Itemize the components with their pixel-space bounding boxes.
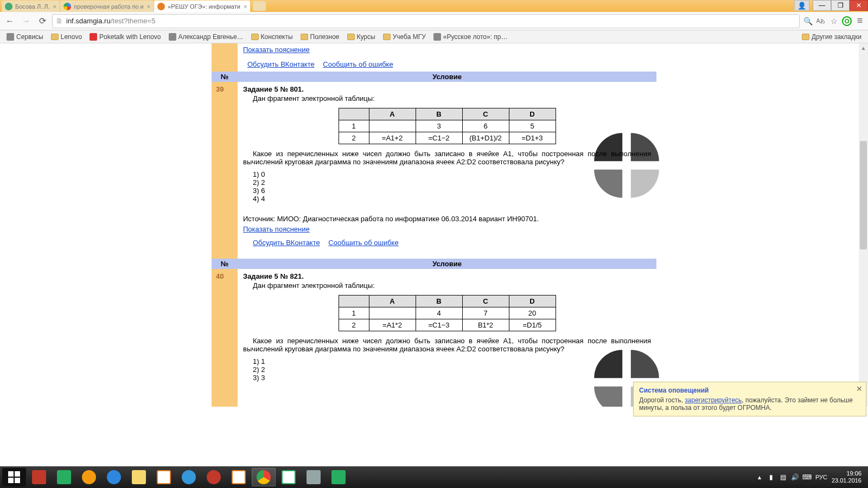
task-title: Задание 5 № 801. xyxy=(243,85,304,93)
cell: 5 xyxy=(509,120,556,132)
table-header-row: № Условие xyxy=(238,259,656,269)
zoom-icon[interactable]: 🔍 xyxy=(803,16,813,26)
cell: B xyxy=(416,296,462,307)
cell: =D1+3 xyxy=(509,132,556,144)
browser-tab-1[interactable]: проверочная работа по и× xyxy=(60,1,154,12)
cell: 3 xyxy=(416,120,462,132)
label: Poketalk with Lenovo xyxy=(99,33,161,41)
col-no: № xyxy=(212,259,238,269)
tray-chevron-icon[interactable]: ▴ xyxy=(756,473,763,481)
site-icon xyxy=(433,33,441,41)
taskbar-item[interactable] xyxy=(102,468,126,486)
scrollbar-thumb[interactable] xyxy=(860,141,867,249)
tray-keyboard-icon[interactable]: ⌨ xyxy=(803,473,811,481)
col-condition: Условие xyxy=(238,259,656,269)
tray-volume-icon[interactable]: 🔊 xyxy=(792,473,799,481)
cell: 2 xyxy=(339,319,369,331)
discuss-vk-link[interactable]: Обсудить ВКонтакте xyxy=(247,60,315,68)
report-error-link[interactable]: Сообщить об ошибке xyxy=(328,239,398,247)
taskbar-item[interactable] xyxy=(177,468,201,486)
start-button[interactable] xyxy=(2,468,26,486)
favicon xyxy=(5,3,12,10)
cell: 6 xyxy=(462,120,509,132)
tab-close-icon[interactable]: × xyxy=(147,3,150,10)
site-icon xyxy=(90,33,97,41)
scrollbar-up-arrow[interactable]: ▲ xyxy=(859,43,868,53)
taskbar-item[interactable] xyxy=(127,468,151,486)
task-intro: Дан фрагмент электронной таблицы: xyxy=(253,94,651,102)
app-icon xyxy=(182,470,196,484)
cell: 1 xyxy=(339,120,369,132)
bookmark-item[interactable]: Lenovo xyxy=(48,32,85,42)
taskbar-item[interactable] xyxy=(302,468,326,486)
taskbar-item[interactable] xyxy=(327,468,350,486)
other-bookmarks[interactable]: Другие закладки xyxy=(799,32,865,42)
nav-back-button[interactable]: ← xyxy=(3,15,16,28)
app-icon xyxy=(307,470,321,484)
chrome-menu-icon[interactable]: ≡ xyxy=(855,16,865,26)
new-tab-button[interactable] xyxy=(253,1,266,11)
svg-rect-2 xyxy=(8,478,14,483)
notification-body: Дорогой гость, зарегистрируйтесь, пожалу… xyxy=(639,396,860,412)
windows-taskbar: ▴ ▮ ▤ 🔊 ⌨ РУС 19:06 23.01.2016 xyxy=(0,466,868,488)
translate-icon[interactable]: Aあ xyxy=(816,16,826,26)
bookmark-item[interactable]: «Русское лото»: пр… xyxy=(430,32,511,42)
label: Александр Евгенье… xyxy=(178,33,244,41)
bookmark-item[interactable]: Курсы xyxy=(344,32,379,42)
tray-clock[interactable]: 19:06 23.01.2016 xyxy=(832,470,861,484)
taskbar-item[interactable] xyxy=(52,468,76,486)
forward-icon: → xyxy=(22,16,30,26)
bookmark-star-icon[interactable]: ☆ xyxy=(829,16,839,26)
taskbar-item[interactable] xyxy=(152,468,176,486)
taskbar-item[interactable] xyxy=(202,468,226,486)
bookmark-item[interactable]: Александр Евгенье… xyxy=(165,32,247,42)
nav-forward-button[interactable]: → xyxy=(20,15,33,28)
page-viewport[interactable]: Показать пояснение Обсудить ВКонтакте Со… xyxy=(0,43,868,407)
browser-tab-2[interactable]: «РЕШУ ОГЭ»: информати× xyxy=(154,1,250,12)
taskbar-item[interactable] xyxy=(27,468,51,486)
task-options: 1) 1 2) 2 3) 3 xyxy=(253,357,651,382)
cell xyxy=(339,108,369,120)
report-error-link[interactable]: Сообщить об ошибке xyxy=(323,60,393,68)
browser-toolbar: ← → ⟳ 🗎 inf.sdamgia.ru/test?theme=5 🔍 Aあ… xyxy=(0,12,868,30)
tray-network-icon[interactable]: ▤ xyxy=(780,473,787,481)
bookmark-item[interactable]: Полезное xyxy=(297,32,343,42)
show-explanation-link[interactable]: Показать пояснение xyxy=(243,225,310,233)
taskbar-item[interactable] xyxy=(277,468,301,486)
window-maximize-button[interactable]: ❐ xyxy=(831,0,850,11)
taskbar-item[interactable] xyxy=(227,468,251,486)
taskbar-item[interactable] xyxy=(77,468,101,486)
bookmark-item[interactable]: Учеба МГУ xyxy=(380,32,429,42)
register-link[interactable]: зарегистрируйтесь xyxy=(685,396,742,404)
task-options: 1) 0 2) 2 3) 6 4) 4 xyxy=(253,170,651,203)
bookmark-item[interactable]: Конспекты xyxy=(248,32,296,42)
cell xyxy=(369,120,416,132)
address-bar[interactable]: 🗎 inf.sdamgia.ru/test?theme=5 xyxy=(52,14,800,28)
tray-language[interactable]: РУС xyxy=(815,474,827,480)
taskbar-item-chrome[interactable] xyxy=(252,468,276,486)
window-controls: — ❐ ✕ xyxy=(813,0,868,11)
chrome-user-button[interactable]: 👤 xyxy=(794,0,809,11)
tab-close-icon[interactable]: × xyxy=(53,3,56,10)
cell: D xyxy=(509,108,556,120)
notification-popup: ✕ Система оповещений Дорогой гость, заре… xyxy=(633,382,866,416)
browser-tab-0[interactable]: Босова Л. Л.× xyxy=(2,1,60,12)
task-801: 39 Задание 5 № 801. Дан фрагмент электро… xyxy=(238,82,656,259)
nav-reload-button[interactable]: ⟳ xyxy=(36,15,49,28)
extension-icon[interactable]: O xyxy=(842,16,852,26)
cell: A xyxy=(369,108,416,120)
folder-icon xyxy=(383,34,391,40)
notification-close-button[interactable]: ✕ xyxy=(856,384,863,393)
show-explanation-link[interactable]: Показать пояснение xyxy=(243,46,310,54)
tray-battery-icon[interactable]: ▮ xyxy=(768,473,775,481)
window-close-button[interactable]: ✕ xyxy=(850,0,868,11)
app-icon xyxy=(282,470,296,484)
spreadsheet-fragment: ABCD 14720 2=A1*2=C1−3B1*2=D1/5 xyxy=(339,295,556,331)
window-minimize-button[interactable]: — xyxy=(813,0,831,11)
bookmarks-apps[interactable]: Сервисы xyxy=(3,32,47,42)
tab-close-icon[interactable]: × xyxy=(244,3,247,10)
user-icon: 👤 xyxy=(797,2,806,10)
bookmark-item[interactable]: Poketalk with Lenovo xyxy=(86,32,164,42)
vertical-scrollbar[interactable]: ▲ ▼ xyxy=(859,43,868,407)
discuss-vk-link[interactable]: Обсудить ВКонтакте xyxy=(253,239,320,247)
